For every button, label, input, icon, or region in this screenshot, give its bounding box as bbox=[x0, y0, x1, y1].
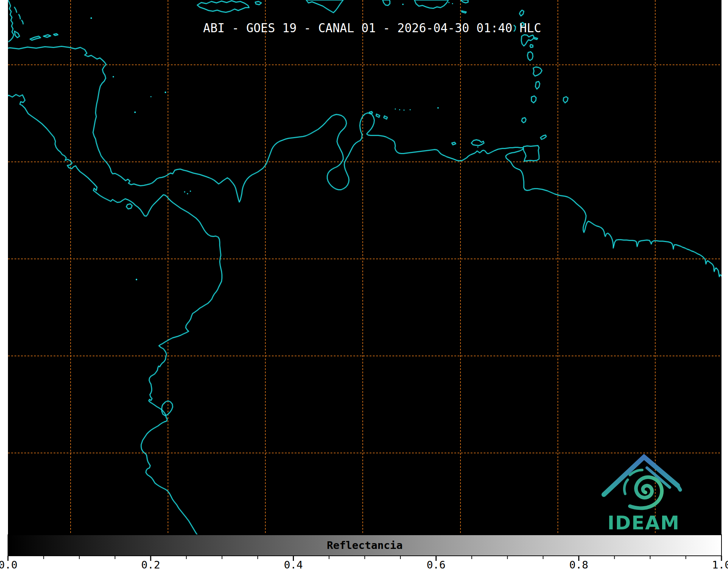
cayo-speck-islet bbox=[150, 96, 151, 97]
coche-island-islet bbox=[477, 146, 478, 147]
colorbar-tick-label: 0.8 bbox=[569, 559, 588, 571]
la-orchila-islet bbox=[409, 109, 411, 110]
malpelo-island-islet bbox=[136, 279, 137, 280]
colorbar-tick-label: 0.4 bbox=[284, 559, 303, 571]
providencia-islet bbox=[165, 92, 166, 93]
la-blanquilla-islet bbox=[437, 107, 439, 109]
ideam-logo-text: IDEAM bbox=[607, 512, 680, 534]
pearl-island-c-islet bbox=[190, 190, 191, 192]
san-andres-islet bbox=[134, 112, 136, 113]
saona-speck-b-islet bbox=[452, 3, 453, 4]
pearl-island-b-islet bbox=[187, 193, 188, 194]
map-background bbox=[8, 0, 721, 535]
satellite-image-figure: ABI - GOES 19 - CANAL 01 - 2026-04-30 01… bbox=[0, 0, 728, 571]
pearl-island-a-islet bbox=[184, 191, 185, 193]
navassa-islet bbox=[402, 4, 404, 5]
swan-island-islet bbox=[91, 17, 92, 19]
colorbar-tick-label: 0.0 bbox=[0, 559, 17, 571]
los-roques-b-islet bbox=[399, 109, 400, 110]
colorbar-tick-label: 0.2 bbox=[141, 559, 160, 571]
goes19-abi-canal01-scene: ABI - GOES 19 - CANAL 01 - 2026-04-30 01… bbox=[0, 0, 728, 571]
saona-speck-a-islet bbox=[448, 2, 449, 3]
colorbar-tick-label: 1.0 bbox=[712, 559, 728, 571]
los-roques-a-islet bbox=[395, 108, 396, 109]
image-title: ABI - GOES 19 - CANAL 01 - 2026-04-30 01… bbox=[203, 21, 541, 35]
los-roques-c-islet bbox=[403, 109, 404, 110]
colorbar-label: Reflectancia bbox=[327, 539, 403, 551]
colorbar-tick-label: 0.6 bbox=[426, 559, 445, 571]
little-cayman-speck-islet bbox=[113, 76, 114, 77]
